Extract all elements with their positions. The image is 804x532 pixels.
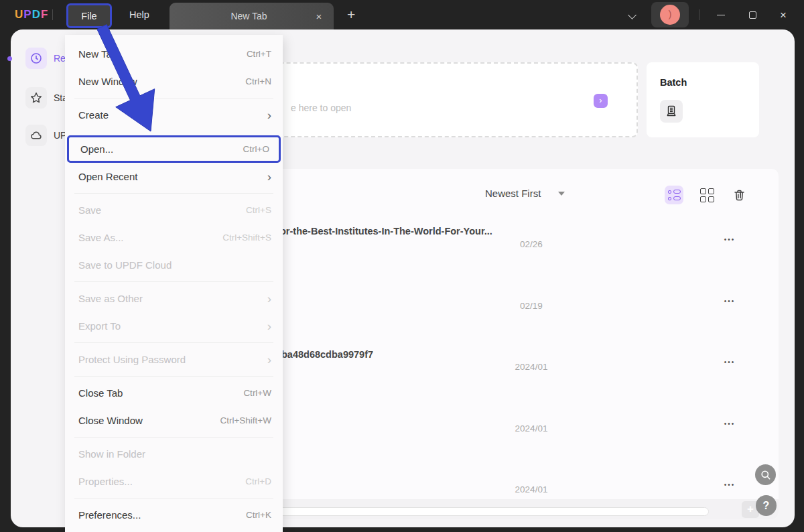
delete-files-button[interactable] — [730, 186, 748, 204]
menu-item-label: Open Recent — [78, 171, 267, 182]
menu-item-open[interactable]: Open...Ctrl+O — [67, 135, 281, 163]
menu-item-label: Show in Folder — [78, 448, 271, 460]
file-date: 02/19 — [501, 301, 561, 311]
search-button[interactable] — [755, 464, 776, 485]
question-mark-icon: ? — [763, 500, 770, 512]
batch-title: Batch — [660, 77, 687, 88]
menu-divider — [74, 342, 273, 343]
sort-dropdown[interactable]: Newest First — [485, 188, 565, 199]
more-options-button[interactable]: ••• — [720, 236, 740, 243]
chevron-right-icon: › — [267, 109, 271, 121]
logo-letter: U — [15, 8, 23, 21]
menu-item-label: Close Tab — [78, 387, 243, 399]
menu-item-label: New Window — [78, 76, 245, 87]
menu-item-save-as-other: Save as Other› — [67, 285, 281, 312]
help-button[interactable]: ? — [756, 495, 777, 516]
menu-item-shortcut: Ctrl+O — [243, 144, 269, 154]
menu-item-save-to-updf-cloud: Save to UPDF Cloud — [67, 251, 281, 279]
menu-item-preferences[interactable]: Preferences...Ctrl+K — [67, 501, 281, 529]
menu-item-label: Close Window — [78, 415, 220, 426]
menu-item-shortcut: Ctrl+D — [245, 476, 271, 486]
account-button[interactable]: ) — [651, 2, 689, 27]
more-options-button[interactable]: ••• — [720, 481, 740, 488]
grid-view-icon — [700, 188, 714, 202]
menu-item-label: Preferences... — [78, 509, 246, 521]
chevron-down-icon[interactable] — [628, 12, 636, 19]
minimize-button[interactable] — [708, 0, 734, 29]
tab-label: New Tab — [170, 11, 310, 21]
sort-label: Newest First — [485, 188, 541, 199]
cloud-icon — [25, 125, 47, 146]
more-options-button[interactable]: ••• — [720, 297, 740, 305]
menu-item-open-recent[interactable]: Open Recent› — [67, 163, 281, 190]
logo-letter: D — [32, 8, 41, 21]
more-options-button[interactable]: ••• — [720, 420, 740, 427]
menu-divider — [74, 376, 273, 377]
menu-item-shortcut: Ctrl+S — [246, 205, 271, 215]
menu-item-label: Protect Using Password — [78, 354, 267, 365]
new-tab-plus-button[interactable]: + — [343, 7, 359, 23]
drop-zone-hint: e here to open — [291, 103, 351, 113]
minimize-icon — [717, 15, 725, 15]
menu-item-show-in-folder: Show in Folder — [67, 440, 281, 468]
menu-item-label: New Tab — [78, 48, 247, 60]
avatar: ) — [660, 5, 680, 25]
menu-item-label: Properties... — [78, 476, 245, 487]
tab-new-tab[interactable]: New Tab × — [170, 3, 334, 29]
grid-view-button[interactable] — [697, 186, 716, 204]
more-options-button[interactable]: ••• — [720, 358, 740, 366]
menu-item-shortcut: Ctrl+Shift+S — [222, 232, 271, 243]
active-indicator-dot — [7, 56, 12, 61]
file-name: ba48d68cdba9979f7 — [281, 349, 373, 360]
list-view-icon — [668, 190, 681, 200]
menu-item-label: Save as Other — [78, 293, 267, 304]
file-date: 2024/01 — [501, 362, 561, 372]
file-date: 2024/01 — [501, 484, 561, 494]
file-menu-button[interactable]: File — [66, 3, 112, 28]
tab-close-icon[interactable]: × — [310, 11, 328, 22]
star-icon — [25, 87, 47, 109]
search-icon — [760, 470, 771, 480]
menu-item-shortcut: Ctrl+Shift+W — [220, 415, 271, 425]
menu-item-label: Export To — [78, 320, 267, 332]
list-view-button[interactable] — [665, 186, 683, 204]
titlebar: UPDF File Help New Tab × + ) × — [0, 0, 804, 29]
menu-item-label: Create — [78, 109, 267, 121]
menu-item-export-to: Export To› — [67, 312, 281, 340]
menu-item-label: Save As... — [78, 232, 222, 243]
chevron-right-icon: › — [267, 170, 271, 183]
horizontal-scrollbar[interactable] — [272, 507, 709, 516]
chevron-right-icon: › — [267, 292, 271, 305]
open-file-chip-button[interactable]: › — [594, 94, 608, 108]
close-button[interactable]: × — [770, 0, 797, 29]
menu-item-label: Open... — [80, 143, 243, 155]
caret-down-icon — [558, 192, 565, 196]
menu-item-save-as: Save As...Ctrl+Shift+S — [67, 224, 281, 251]
maximize-button[interactable] — [739, 0, 766, 29]
menu-divider — [74, 98, 273, 98]
menu-item-label: Save — [78, 204, 246, 216]
menu-item-new-tab[interactable]: New TabCtrl+T — [67, 40, 281, 68]
updf-logo: UPDF — [15, 8, 48, 21]
menu-item-close-tab[interactable]: Close TabCtrl+W — [67, 379, 281, 407]
menu-divider — [74, 281, 273, 282]
trash-icon — [733, 189, 746, 202]
menu-divider — [74, 193, 273, 194]
file-date: 2024/01 — [501, 423, 561, 434]
menu-item-close-window[interactable]: Close WindowCtrl+Shift+W — [67, 407, 281, 434]
help-menu-button[interactable]: Help — [123, 8, 156, 21]
batch-card[interactable]: Batch — [647, 62, 759, 137]
chevron-right-icon: › — [267, 353, 271, 366]
clock-icon — [25, 48, 47, 69]
file-menu: New TabCtrl+TNew WindowCtrl+NCreate›Open… — [65, 35, 283, 532]
menu-item-create[interactable]: Create› — [67, 101, 281, 129]
batch-printer-icon[interactable] — [660, 100, 683, 123]
titlebar-divider — [52, 9, 53, 20]
menu-divider — [74, 498, 273, 498]
file-name: or-the-Best-Institutes-In-The-World-For-… — [280, 226, 492, 237]
menu-item-protect-using-password: Protect Using Password› — [67, 346, 281, 373]
menu-item-shortcut: Ctrl+T — [247, 49, 271, 59]
menu-item-new-window[interactable]: New WindowCtrl+N — [67, 68, 281, 95]
file-date: 02/26 — [501, 239, 561, 249]
menu-item-shortcut: Ctrl+W — [243, 388, 271, 398]
